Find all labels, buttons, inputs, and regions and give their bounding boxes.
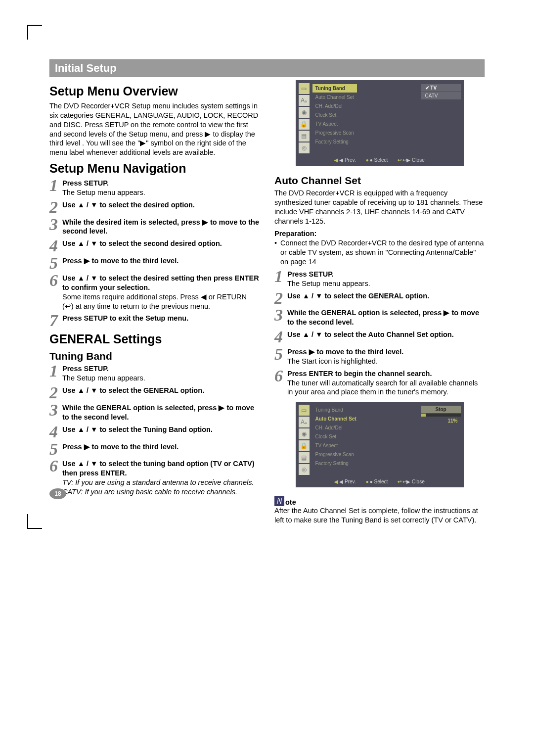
step: 1Press SETUP.The Setup menu appears. [49, 364, 260, 383]
note-header: N ote [274, 496, 485, 506]
step-number: 4 [49, 239, 60, 253]
osd-menu-item: Factory Setting [312, 459, 359, 468]
step-text: Use ▲ / ▼ to select the tuning band opti… [62, 459, 260, 496]
step-text: Press ▶ to move to the third level. [62, 442, 260, 452]
step-text: Use ▲ / ▼ to select the GENERAL option. [287, 291, 485, 301]
heading-overview: Setup Menu Overview [49, 84, 260, 98]
osd-menu-item: Clock Set [312, 111, 357, 119]
step-text: Press ENTER to begin the channel search.… [287, 369, 485, 397]
step-number: 2 [274, 291, 285, 306]
osd-option-tv: TV [421, 84, 461, 92]
lock-icon: 🔒 [299, 440, 310, 451]
prep-list: Connect the DVD Recorder+VCR to the desi… [274, 238, 485, 267]
page-number-badge: 18 [49, 488, 66, 499]
osd-menu-item: Tuning Band [312, 84, 357, 93]
osd-footer: ◀◀ Prev. ●● Select ↩↩▶ Close [299, 157, 461, 163]
osd-menu-item: CH. Add/Del [312, 424, 359, 432]
osd-prev: ◀◀ Prev. [334, 157, 356, 163]
step-number: 5 [49, 256, 60, 271]
tuning-steps: 1Press SETUP.The Setup menu appears.2Use… [49, 364, 260, 496]
osd-menu-item: Auto Channel Set [312, 415, 359, 423]
step: 2Use ▲ / ▼ to select the GENERAL option. [274, 291, 485, 306]
step: 3While the desired item is selected, pre… [49, 218, 260, 236]
step-text: Press SETUP to exit the Setup menu. [62, 314, 260, 323]
step-number: 3 [49, 403, 60, 418]
osd-close: ↩↩▶ Close [398, 479, 424, 484]
tv-icon: ▭ [299, 405, 310, 416]
osd-progress-pct: 11% [421, 417, 461, 425]
step-text: Use ▲ / ▼ to select the desired option. [62, 200, 260, 210]
step: 6Use ▲ / ▼ to select the tuning band opt… [49, 459, 260, 496]
step-text: While the desired item is selected, pres… [62, 218, 260, 236]
step-text: Use ▲ / ▼ to select the Tuning Band opti… [62, 425, 260, 434]
step: 2Use ▲ / ▼ to select the desired option. [49, 200, 260, 215]
step-text: While the GENERAL option is selected, pr… [62, 403, 260, 422]
osd-menu-item: CH. Add/Del [312, 102, 357, 110]
step-number: 1 [49, 364, 60, 378]
step: 1Press SETUP.The Setup menu appears. [274, 270, 485, 288]
sub-tuning-band: Tuning Band [49, 350, 260, 362]
audio-icon: ◉ [299, 428, 310, 439]
autoset-text: The DVD Recorder+VCR is equipped with a … [274, 189, 485, 226]
step: 1Press SETUP.The Setup menu appears. [49, 179, 260, 197]
disc-icon: ◎ [299, 142, 310, 153]
step: 3While the GENERAL option is selected, p… [49, 403, 260, 422]
osd-menu-tuning: ▭ Aₐ ◉ 🔒 ▤ ◎ Tuning BandAuto Channel Set… [296, 80, 464, 166]
step-text: Use ▲ / ▼ to select the Auto Channel Set… [287, 330, 485, 339]
crop-mark-tl [27, 25, 42, 40]
nav-steps: 1Press SETUP.The Setup menu appears.2Use… [49, 179, 260, 328]
osd-select: ●● Select [366, 157, 388, 163]
step-number: 5 [274, 347, 285, 362]
step-number: 6 [49, 274, 60, 288]
tv-icon: ▭ [299, 83, 310, 94]
step: 4Use ▲ / ▼ to select the Auto Channel Se… [274, 330, 485, 344]
step-text: Use ▲ / ▼ to select the second desired o… [62, 239, 260, 248]
heading-nav: Setup Menu Navigation [49, 161, 260, 176]
lock-icon: 🔒 [299, 119, 310, 130]
header-bar: Initial Setup [49, 59, 485, 77]
osd-close: ↩↩▶ Close [398, 157, 424, 163]
prep-label: Preparation: [274, 230, 485, 237]
record-icon: ▤ [299, 131, 310, 142]
osd-prev: ◀◀ Prev. [334, 479, 356, 484]
osd-menu-item: TV Aspect [312, 441, 359, 450]
audio-icon: ◉ [299, 107, 310, 118]
step-number: 6 [49, 459, 60, 473]
osd-menu-item: Auto Channel Set [312, 93, 357, 101]
step: 5Press ▶ to move to the third level. [49, 442, 260, 457]
step: 7Press SETUP to exit the Setup menu. [49, 314, 260, 328]
lang-icon: Aₐ [299, 417, 310, 427]
osd-option-catv: CATV [421, 92, 461, 99]
step: 4Use ▲ / ▼ to select the second desired … [49, 239, 260, 253]
step-number: 1 [274, 270, 285, 284]
step-number: 4 [274, 330, 285, 344]
step-number: 5 [49, 442, 60, 457]
page-title: Initial Setup [55, 62, 117, 74]
osd-progress: Stop 11% [421, 405, 461, 475]
step-text: Press ▶ to move to the third level. [62, 256, 260, 266]
step: 2Use ▲ / ▼ to select the GENERAL option. [49, 386, 260, 400]
disc-icon: ◎ [299, 464, 310, 475]
step: 4Use ▲ / ▼ to select the Tuning Band opt… [49, 425, 260, 439]
osd-item-list: Tuning BandAuto Channel SetCH. Add/DelCl… [312, 83, 357, 153]
osd-options: TV CATV [421, 83, 461, 153]
step: 5Press ▶ to move to the third level. [49, 256, 260, 271]
heading-general: GENERAL Settings [49, 332, 260, 346]
autoset-steps: 1Press SETUP.The Setup menu appears.2Use… [274, 270, 485, 397]
step: 6Press ENTER to begin the channel search… [274, 369, 485, 397]
step-number: 6 [274, 369, 285, 383]
step: 5Press ▶ to move to the third level.The … [274, 347, 485, 366]
note-icon: N [274, 496, 284, 506]
step-text: Press SETUP.The Setup menu appears. [62, 364, 260, 383]
lang-icon: Aₐ [299, 95, 310, 106]
osd-select: ●● Select [366, 479, 388, 484]
step-number: 3 [49, 218, 60, 232]
step-number: 3 [274, 308, 285, 323]
step-number: 2 [49, 386, 60, 400]
osd-stop-button: Stop [421, 406, 461, 413]
osd-menu-autoset: ▭ Aₐ ◉ 🔒 ▤ ◎ Tuning BandAuto Channel Set… [296, 402, 464, 487]
step-text: Press ▶ to move to the third level.The S… [287, 347, 485, 366]
prep-item: Connect the DVD Recorder+VCR to the desi… [274, 238, 485, 267]
step-text: Press SETUP.The Setup menu appears. [287, 270, 485, 288]
step-number: 1 [49, 179, 60, 193]
